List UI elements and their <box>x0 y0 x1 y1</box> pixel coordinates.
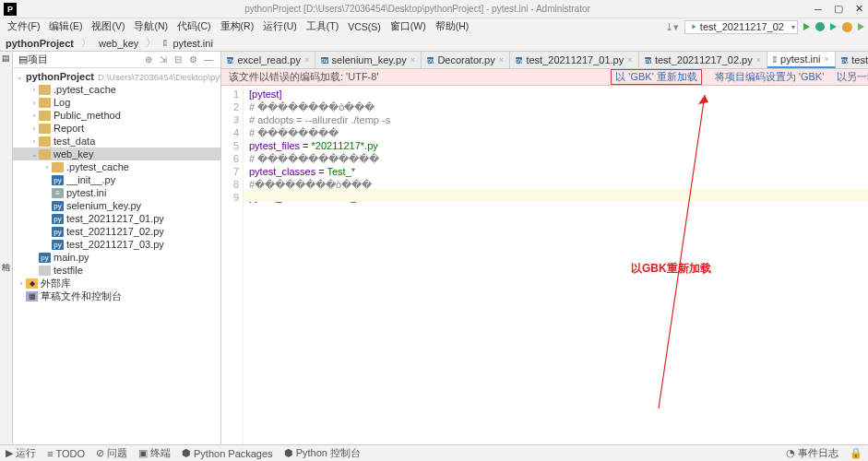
tree-item[interactable]: pyselenium_key.py <box>13 199 220 212</box>
crumb-folder[interactable]: web_key <box>99 38 138 49</box>
menu-code[interactable]: 代码(C) <box>173 19 215 34</box>
run-config-select[interactable]: test_20211217_02 <box>684 20 798 34</box>
close-icon[interactable]: × <box>304 55 309 65</box>
project-tree: ⌄pythonProjectD:\Users\72036454\Desktop\… <box>13 68 220 461</box>
window-title: pythonProject [D:\Users\72036454\Desktop… <box>22 4 813 14</box>
tree-scratches[interactable]: ▦草稿文件和控制台 <box>13 290 220 302</box>
close-button[interactable]: ✕ <box>853 4 864 15</box>
expand-all-icon[interactable]: ⇲ <box>160 54 171 65</box>
menu-window[interactable]: 窗口(W) <box>386 19 430 34</box>
menu-edit[interactable]: 编辑(E) <box>45 19 86 34</box>
tool-run[interactable]: ▶ 运行 <box>6 446 36 460</box>
encoding-banner: 该文件以错误的编码加载: 'UTF-8' 以 'GBK' 重新加载 将项目编码设… <box>221 69 868 86</box>
collapse-all-icon[interactable]: ⊟ <box>174 54 185 65</box>
hide-icon[interactable]: — <box>204 54 215 65</box>
tree-item[interactable]: ›.pytest_cache <box>13 160 220 173</box>
tree-item[interactable]: pytest_20211217_01.py <box>13 212 220 225</box>
run-button[interactable] <box>803 23 810 30</box>
code-source[interactable]: [pytest] # ��������ò��� # addopts = --al… <box>244 86 868 461</box>
tab-t2[interactable]: pytest_20211217_02.py× <box>639 52 768 68</box>
app-logo: P <box>4 3 17 16</box>
left-gutter: ▤ 结构 书签 <box>0 52 13 461</box>
maximize-button[interactable]: ▢ <box>833 4 844 15</box>
crumb-root[interactable]: pythonProject <box>6 38 74 49</box>
tab-t1[interactable]: pytest_20211217_01.py× <box>510 52 639 68</box>
close-icon[interactable]: × <box>410 55 415 65</box>
set-project-encoding-link[interactable]: 将项目编码设置为 'GBK' <box>715 70 825 84</box>
menu-navigate[interactable]: 导航(N) <box>130 19 172 34</box>
tree-item[interactable]: py__init__.py <box>13 173 220 186</box>
tree-external[interactable]: ›◆外部库 <box>13 277 220 290</box>
tree-item[interactable]: ›.pytest_cache <box>13 83 220 96</box>
menu-help[interactable]: 帮助(H) <box>432 19 473 34</box>
stop-button[interactable] <box>842 22 852 32</box>
menu-file[interactable]: 文件(F) <box>4 19 43 34</box>
menubar: 文件(F) 编辑(E) 视图(V) 导航(N) 代码(C) 重构(R) 运行(U… <box>0 18 868 35</box>
tree-item[interactable]: pytest_20211217_02.py <box>13 225 220 238</box>
breadcrumb: pythonProject〉 web_key〉 ≡pytest.ini <box>0 35 868 52</box>
banner-msg: 该文件以错误的编码加载: 'UTF-8' <box>229 70 598 84</box>
debug-button[interactable] <box>815 22 825 31</box>
sidebar-title: 项目 <box>28 53 141 66</box>
tree-webkey[interactable]: ⌄web_key <box>13 148 220 160</box>
tool-pyconsole[interactable]: ⬢ Python 控制台 <box>284 446 361 460</box>
profile-button[interactable] <box>858 23 864 30</box>
tree-item[interactable]: ›Log <box>13 96 220 109</box>
minimize-button[interactable]: ─ <box>813 4 824 15</box>
tree-item[interactable]: ›test_data <box>13 135 220 148</box>
project-sidebar: ▤ 项目 ⊕ ⇲ ⊟ ⚙ — ⌄pythonProjectD:\Users\72… <box>13 52 221 461</box>
editor-tabs: pyexcel_read.py× pyselenium_key.py× pyDe… <box>221 52 868 69</box>
menu-refactor[interactable]: 重构(R) <box>217 19 258 34</box>
select-opened-file-icon[interactable]: ⊕ <box>145 54 156 65</box>
tab-ini[interactable]: ≡pytest.ini× <box>767 52 836 68</box>
tool-eventlog[interactable]: ◔ 事件日志 <box>786 446 838 460</box>
sidebar-title-icon: ▤ <box>18 53 28 65</box>
build-icon[interactable]: ⤓▾ <box>665 21 679 33</box>
run-with-coverage-button[interactable] <box>830 23 837 30</box>
menu-view[interactable]: 视图(V) <box>88 19 128 34</box>
tree-root[interactable]: ⌄pythonProjectD:\Users\72036454\Desktop\… <box>13 70 220 83</box>
tool-todo[interactable]: ≡ TODO <box>47 448 85 459</box>
project-tool-icon[interactable]: ▤ <box>2 53 10 63</box>
menu-tools[interactable]: 工具(T) <box>303 19 342 34</box>
close-icon[interactable]: × <box>825 54 829 64</box>
close-icon[interactable]: × <box>499 55 504 65</box>
line-gutter: 123456789 <box>221 86 244 461</box>
tree-item[interactable]: ≡pytest.ini <box>13 186 220 199</box>
code-editor[interactable]: 123456789 [pytest] # ��������ò��� # addo… <box>221 86 868 461</box>
status-bar: ▶ 运行 ≡ TODO ⊘ 问题 ▣ 终端 ⬢ Python Packages … <box>0 444 868 461</box>
tree-item[interactable]: pytest_20211217_03.py <box>13 238 220 251</box>
menu-run[interactable]: 运行(U) <box>259 19 301 34</box>
tree-item[interactable]: ›Report <box>13 122 220 135</box>
reload-other-encoding-link[interactable]: 以另一种编码重新加载 <box>837 70 868 84</box>
annotation-text: 以GBK重新加载 <box>631 261 711 277</box>
tab-t3[interactable]: pytest_20211217_03.py× <box>836 52 868 68</box>
lock-icon[interactable]: 🔒 <box>850 447 862 459</box>
close-icon[interactable]: × <box>756 55 761 65</box>
tree-item[interactable]: ›Public_method <box>13 109 220 122</box>
tool-packages[interactable]: ⬢ Python Packages <box>182 447 273 459</box>
tab-selenium[interactable]: pyselenium_key.py× <box>315 52 422 68</box>
close-icon[interactable]: × <box>627 55 632 65</box>
tool-problems[interactable]: ⊘ 问题 <box>96 446 127 460</box>
settings-icon[interactable]: ⚙ <box>189 54 200 65</box>
titlebar: P pythonProject [D:\Users\72036454\Deskt… <box>0 0 868 18</box>
tab-decorator[interactable]: pyDecorator.py× <box>422 52 510 68</box>
reload-gbk-link[interactable]: 以 'GBK' 重新加载 <box>611 69 702 85</box>
crumb-file[interactable]: pytest.ini <box>172 38 212 49</box>
tree-item[interactable]: testfile <box>13 264 220 277</box>
editor-area: pyexcel_read.py× pyselenium_key.py× pyDe… <box>221 52 868 461</box>
menu-vcs[interactable]: VCS(S) <box>344 20 385 33</box>
tree-item[interactable]: pymain.py <box>13 251 220 264</box>
tab-excel[interactable]: pyexcel_read.py× <box>221 52 315 68</box>
tool-terminal[interactable]: ▣ 终端 <box>138 446 171 460</box>
